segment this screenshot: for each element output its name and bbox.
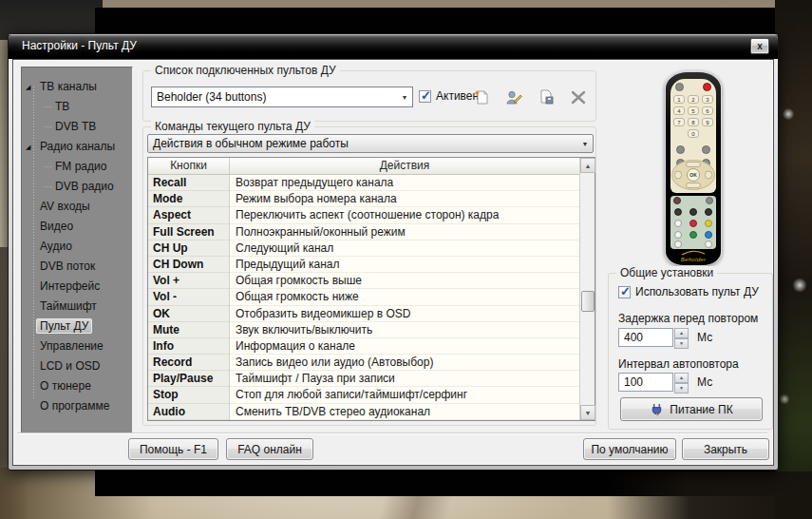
action-cell[interactable]: Предыдущий канал	[230, 257, 579, 273]
sidebar-item[interactable]: О программе	[22, 396, 132, 416]
repeat-delay-input[interactable]: 400	[618, 328, 673, 347]
action-cell[interactable]: Сменить ТВ/DVB стерео аудиоканал	[230, 404, 579, 420]
button-name-cell[interactable]: Audio	[148, 404, 230, 420]
table-row[interactable]: MuteЗвук включить/выключить	[148, 322, 579, 338]
button-name-cell[interactable]: OK	[148, 306, 230, 322]
sidebar-item[interactable]: Таймшифт	[22, 297, 132, 317]
remote-stop-button-icon	[705, 208, 712, 216]
table-scrollbar[interactable]: ▲ ▼	[579, 158, 595, 420]
use-remote-checkbox-row[interactable]: Использовать пульт ДУ	[618, 285, 759, 298]
button-name-cell[interactable]: Full Screen	[148, 224, 230, 240]
button-name-cell[interactable]: Info	[148, 338, 230, 355]
pc-power-button[interactable]: Питание ПК	[620, 397, 763, 421]
table-row[interactable]: RecordЗапись видео или аудио (Автовыбор)	[148, 355, 579, 371]
scroll-down-icon[interactable]: ▼	[580, 405, 595, 420]
sidebar-item[interactable]: Пульт ДУ	[22, 317, 132, 336]
repeat-interval-stepper: ▲ ▼	[674, 373, 689, 392]
action-cell[interactable]: Информация о канале	[230, 338, 579, 355]
header-buttons[interactable]: Кнопки	[148, 158, 230, 174]
table-row[interactable]: Play/PauseТаймшифт / Пауза при записи	[148, 371, 579, 387]
scroll-up-icon[interactable]: ▲	[580, 158, 595, 173]
new-profile-icon[interactable]: ✦	[471, 86, 491, 106]
button-name-cell[interactable]: CH Down	[148, 257, 230, 273]
button-name-cell[interactable]: Mute	[148, 322, 230, 338]
sidebar-item[interactable]: LCD и OSD	[22, 356, 132, 376]
help-button[interactable]: Помощь - F1	[128, 438, 218, 460]
defaults-button[interactable]: По умолчанию	[583, 438, 676, 460]
spin-up-icon[interactable]: ▲	[674, 328, 689, 338]
table-row[interactable]: AudioСменить ТВ/DVB стерео аудиоканал	[148, 404, 579, 420]
spin-down-icon[interactable]: ▼	[674, 383, 689, 394]
sidebar-item[interactable]: DVB поток	[22, 257, 132, 277]
active-checkbox-row[interactable]: Активен	[419, 89, 479, 103]
button-name-cell[interactable]: CH Up	[148, 240, 230, 257]
button-name-cell[interactable]: Play/Pause	[148, 371, 230, 387]
spin-up-icon[interactable]: ▲	[674, 373, 689, 383]
table-row[interactable]: CH UpСледующий канал	[148, 240, 579, 257]
sidebar-item[interactable]: Аудио	[22, 237, 132, 257]
action-cell[interactable]: Общая громкость ниже	[230, 289, 579, 305]
button-name-cell[interactable]: Stop	[148, 387, 230, 403]
table-row[interactable]: Vol -Общая громкость ниже	[148, 289, 579, 305]
button-name-cell[interactable]: Vol -	[148, 289, 230, 305]
action-cell[interactable]: Запись видео или аудио (Автовыбор)	[230, 355, 579, 371]
button-name-cell[interactable]: Recall	[148, 175, 230, 191]
chevron-down-icon[interactable]: ▼	[577, 141, 593, 147]
tree-expand-icon[interactable]: ◢	[26, 137, 30, 157]
table-row[interactable]: StopСтоп для любой записи/таймшифт/серфи…	[148, 387, 579, 403]
button-name-cell[interactable]: Record	[148, 355, 230, 371]
header-actions[interactable]: Действия	[230, 158, 579, 174]
table-row[interactable]: Full ScreenПолноэкранный/оконный режим	[148, 224, 579, 240]
sidebar-item[interactable]: ◢Радио каналы	[22, 137, 132, 157]
sidebar-item[interactable]: Интерфейс	[22, 277, 132, 297]
table-row[interactable]: ModeРежим выбора номера канала	[148, 191, 579, 207]
table-row[interactable]: CH DownПредыдущий канал	[148, 257, 579, 273]
save-profile-icon[interactable]	[536, 86, 556, 106]
remote-select[interactable]: Beholder (34 buttons) ▼	[151, 86, 413, 107]
action-cell[interactable]: Возврат предыдущего канала	[230, 175, 579, 191]
button-name-cell[interactable]: Aspect	[148, 207, 230, 223]
action-cell[interactable]: Следующий канал	[230, 240, 579, 257]
tree-expand-icon[interactable]: ◢	[26, 77, 30, 97]
faq-button[interactable]: FAQ онлайн	[226, 438, 313, 460]
close-window-button[interactable]: x	[750, 38, 769, 54]
action-cell[interactable]: Полноэкранный/оконный режим	[230, 224, 579, 240]
repeat-interval-input[interactable]: 100	[618, 373, 673, 392]
table-row[interactable]: Vol +Общая громкость выше	[148, 273, 579, 289]
button-name-cell[interactable]: Mode	[148, 191, 230, 207]
action-cell[interactable]: Режим выбора номера канала	[230, 191, 579, 207]
sidebar-item[interactable]: DVB радио	[22, 177, 132, 197]
action-cell[interactable]: Таймшифт / Пауза при записи	[230, 371, 579, 387]
titlebar[interactable]: Настройки - Пульт ДУ x	[9, 34, 778, 59]
delete-profile-icon[interactable]	[568, 86, 588, 106]
sidebar-item[interactable]: Видео	[22, 217, 132, 237]
command-mode-select[interactable]: Действия в обычном режиме работы ▼	[147, 134, 594, 153]
remote-ch-up-icon	[686, 162, 701, 167]
sidebar-item[interactable]: Управление	[22, 336, 132, 356]
sidebar-item[interactable]: О тюнере	[22, 376, 132, 396]
sidebar-item[interactable]: AV входы	[22, 197, 132, 217]
rename-profile-icon[interactable]	[503, 86, 523, 106]
chevron-down-icon[interactable]: ▼	[397, 94, 412, 101]
table-row[interactable]: AspectПереключить аспект (соотношение ст…	[148, 207, 579, 223]
action-cell[interactable]: Звук включить/выключить	[230, 322, 579, 338]
close-dialog-button[interactable]: Закрыть	[682, 438, 769, 460]
repeat-delay-spinner: 400 ▲ ▼ Мс	[618, 328, 712, 347]
scrollbar-thumb[interactable]	[581, 291, 595, 312]
button-name-cell[interactable]: Vol +	[148, 273, 230, 289]
action-cell[interactable]: Отобразить видеомикшер в OSD	[230, 306, 579, 322]
dialog-body: ◢ТВ каналыТВDVB ТВ◢Радио каналыFM радиоD…	[12, 59, 774, 466]
sidebar-item[interactable]: DVB ТВ	[22, 117, 132, 137]
action-cell[interactable]: Переключить аспект (соотношение сторон) …	[230, 207, 579, 223]
sidebar-item[interactable]: FM радио	[22, 157, 132, 177]
table-row[interactable]: RecallВозврат предыдущего канала	[148, 175, 579, 191]
sidebar-item[interactable]: ТВ	[22, 97, 132, 117]
spin-down-icon[interactable]: ▼	[674, 338, 689, 349]
action-cell[interactable]: Стоп для любой записи/таймшифт/серфинг	[230, 387, 579, 403]
sidebar-item[interactable]: ◢ТВ каналы	[22, 77, 132, 97]
table-row[interactable]: InfoИнформация о канале	[148, 338, 579, 355]
active-checkbox[interactable]	[419, 90, 431, 103]
action-cell[interactable]: Общая громкость выше	[230, 273, 579, 289]
table-row[interactable]: OKОтобразить видеомикшер в OSD	[148, 306, 579, 322]
use-remote-checkbox[interactable]	[618, 286, 631, 298]
